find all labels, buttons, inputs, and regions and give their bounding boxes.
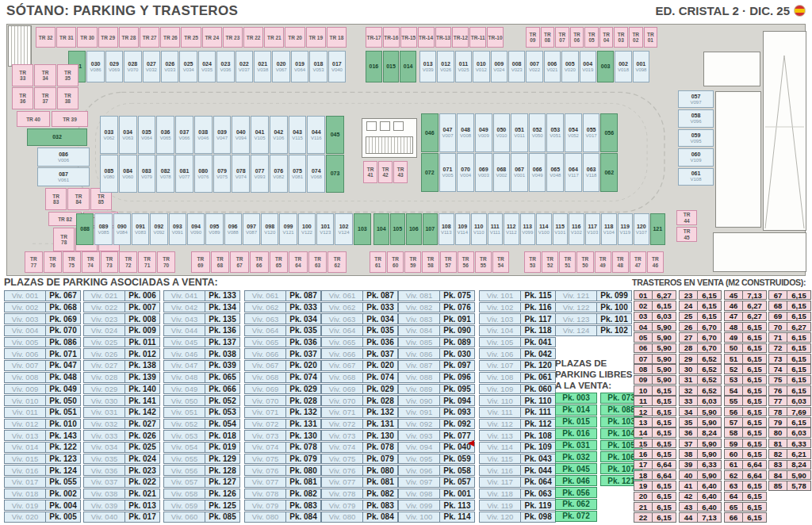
parking-number: 083 xyxy=(142,168,151,174)
trastero-row: 186,64 xyxy=(634,470,676,480)
parking-number: 062 xyxy=(604,170,614,176)
trastero-size: 6,03 xyxy=(653,312,676,321)
trastero-room: TR-10 xyxy=(487,27,504,48)
trastero-number: 41 xyxy=(367,172,373,178)
trastero-room: TR41 xyxy=(363,161,377,183)
table-row: Viv. 110Pk. 110 xyxy=(479,395,556,406)
elevator-icon xyxy=(380,121,390,131)
trastero-row: 146,15 xyxy=(634,427,676,437)
trastero-room: TR59 xyxy=(404,251,421,273)
trastero-size: 6,15 xyxy=(743,417,767,427)
table-row: Viv. 069Pk. 029 xyxy=(244,384,321,395)
table-row: Viv. 019Pk. 004 xyxy=(4,500,81,511)
viv-cell: Viv. 041 xyxy=(163,290,205,301)
elevator-core xyxy=(362,118,417,158)
viv-cell: Viv. 042 xyxy=(163,302,205,313)
trastero-size: 6,15 xyxy=(787,301,811,310)
parking-space: 107 xyxy=(423,213,439,245)
parking-code: V115 xyxy=(292,136,303,141)
trastero-room: TR45 xyxy=(676,227,697,242)
table-row: Viv. 061Pk. 087 xyxy=(321,290,398,301)
trastero-row: 756,15 xyxy=(768,375,811,385)
parking-number: 084 xyxy=(123,168,132,174)
table-row: Viv. 074Pk. 078 xyxy=(321,442,398,453)
pk-cell: Pk. 011 xyxy=(125,337,160,348)
trastero-room: TR 31 xyxy=(56,27,76,48)
trastero-size: 6,03 xyxy=(787,396,811,405)
parking-space: 047V007 xyxy=(439,113,457,152)
trastero-size: 6,15 xyxy=(653,512,676,522)
parking-space: 097V087 xyxy=(243,213,260,245)
table-row: Viv. 075Pk. 079 xyxy=(244,454,321,465)
trastero-size: 6,64 xyxy=(743,470,767,480)
trastero-room: TR 25 xyxy=(181,27,201,48)
pk-cell: Pk. 004 xyxy=(46,500,81,511)
pk-cell: Pk. 086 xyxy=(46,337,81,348)
parking-space: 026V033 xyxy=(161,51,178,82)
parking-number: 035 xyxy=(142,129,151,136)
trastero-room: TR60 xyxy=(387,251,404,273)
trastero-row: 606,15 xyxy=(724,449,767,458)
parking-space: 105 xyxy=(390,213,406,245)
parking-space: 095V089 xyxy=(205,213,223,245)
parking-code: V035 xyxy=(201,67,213,73)
pk-cell: Pk. 096 xyxy=(440,372,475,383)
trastero-room: TR53 xyxy=(524,251,541,273)
table-row: Viv. 006Pk. 071 xyxy=(4,348,81,359)
table-row: Viv. 089Pk. 095 xyxy=(398,384,475,395)
trastero-number: 33 xyxy=(20,75,25,82)
table-row: Viv. 014Pk. 122 xyxy=(4,442,81,453)
parking-space: 116V102 xyxy=(569,213,584,245)
viv-cell: Viv. 119 xyxy=(479,500,521,511)
trastero-label: TR xyxy=(106,256,113,262)
viv-cell: Viv. 099 xyxy=(398,500,440,511)
trastero-room: TR58 xyxy=(422,251,439,273)
parking-space: 043V115 xyxy=(289,116,307,154)
parking-code: V033 xyxy=(164,67,175,73)
parking-space: 049V009 xyxy=(475,113,492,152)
free-parking-cell: Pk. 056 xyxy=(555,487,597,498)
table-row: Viv. 050Pk. 052 xyxy=(163,395,240,406)
trastero-room: TR62 xyxy=(327,251,347,273)
viv-cell: Viv. 071 xyxy=(321,407,363,418)
pk-cell: Pk. 012 xyxy=(125,348,160,359)
trastero-room: TR67 xyxy=(230,251,249,273)
table-row: Viv. 124Pk. 102 xyxy=(555,325,632,336)
table-row: Viv. 062Pk. 033 xyxy=(321,302,398,313)
pk-cell: Pk. 090 xyxy=(440,325,475,336)
viv-cell: Viv. 086 xyxy=(398,348,440,359)
viv-cell: Viv. 026 xyxy=(83,348,125,359)
trastero-number: 12 xyxy=(634,407,653,416)
parking-space: 014 xyxy=(400,51,416,82)
trastero-size: 6,15 xyxy=(698,301,722,310)
viv-cell: Viv. 073 xyxy=(321,430,363,441)
viv-cell: Viv. 062 xyxy=(321,302,363,313)
trastero-number: 50 xyxy=(582,262,588,269)
trastero-row: 486,15 xyxy=(724,322,767,331)
trastero-row: 026,15 xyxy=(634,301,676,310)
trastero-size: 5,90 xyxy=(698,449,722,458)
trastero-row: 085,90 xyxy=(634,364,676,374)
table-row: Viv. 032Pk. 027 xyxy=(83,419,160,430)
table-row: Viv. 018Pk. 002 xyxy=(4,489,81,500)
trastero-row: 726,15 xyxy=(768,343,811,353)
parking-number: 027 xyxy=(147,61,156,67)
parking-number: 065 xyxy=(550,167,560,173)
trastero-size: 6,15 xyxy=(787,354,811,363)
trastero-number: 58 xyxy=(427,262,433,269)
table-row: Viv. 001Pk. 067 xyxy=(4,290,81,301)
table-row: Viv. 060Pk. 085 xyxy=(163,512,240,523)
parking-space: 062 xyxy=(600,153,618,192)
viv-cell: Viv. 005 xyxy=(4,337,46,348)
parking-code: V017 xyxy=(586,133,597,139)
pk-cell: Pk. 118 xyxy=(521,325,556,336)
parking-code: V091 xyxy=(172,230,183,236)
trastero-number: 38 xyxy=(65,98,71,105)
table-row: Viv. 114Pk. 109 xyxy=(479,442,556,453)
parking-space: 091V083 xyxy=(132,213,149,245)
trastero-room: TR71 xyxy=(138,251,156,273)
pk-cell: Pk. 083 xyxy=(286,500,321,511)
table-row: Viv. 015Pk. 123 xyxy=(4,454,81,465)
pk-cell: Pk. 132 xyxy=(363,407,398,418)
pk-cell: Pk. 101 xyxy=(597,313,632,324)
